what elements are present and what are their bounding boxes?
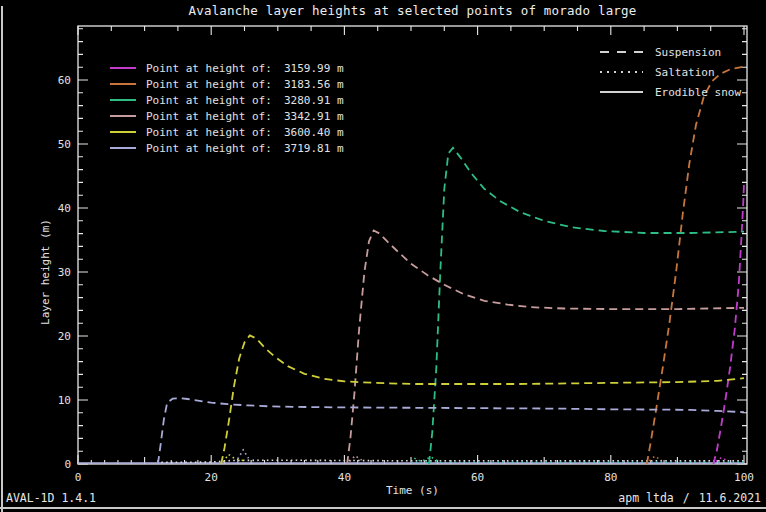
legend-layer-label: Erodible snow [655,86,741,99]
legend-point-row: Point at height of: 3342.91 m [110,108,344,124]
y-axis-label: Layer height (m) [39,219,52,325]
svg-text:0: 0 [75,471,82,484]
series-color-swatch [110,131,136,133]
legend-layer-types: Suspension Saltation Erodible snow [600,42,741,102]
legend-layer-row: Suspension [600,42,741,62]
svg-text:0: 0 [64,458,71,471]
legend-point-value: 3719.81 m [284,142,344,155]
legend-layer-label: Suspension [655,46,721,59]
legend-point-label: Point at height of: [146,142,284,155]
solid-line-swatch [600,91,643,93]
svg-text:60: 60 [58,74,71,87]
legend-layer-label: Saltation [655,66,715,79]
credit-separator: / [683,491,690,505]
legend-layer-row: Erodible snow [600,82,741,102]
legend-point-value: 3183.56 m [284,78,344,91]
series-color-swatch [110,99,136,101]
svg-text:30: 30 [58,266,71,279]
legend-point-label: Point at height of: [146,94,284,107]
series-color-swatch [110,83,136,85]
legend-point-label: Point at height of: [146,78,284,91]
legend-points: Point at height of: 3159.99 m Point at h… [110,60,344,156]
series-color-swatch [110,67,136,69]
dashed-line-swatch [600,51,643,53]
legend-point-label: Point at height of: [146,62,284,75]
svg-text:40: 40 [338,471,351,484]
aval1d-plot-window: Avalanche layer heights at selected poin… [0,0,766,512]
svg-text:100: 100 [734,471,754,484]
legend-point-row: Point at height of: 3280.91 m [110,92,344,108]
legend-point-label: Point at height of: [146,110,284,123]
app-version-text: AVAL-1D 1.4.1 [6,491,96,505]
svg-text:50: 50 [58,138,71,151]
credit-name: apm ltda [618,491,673,505]
dotted-line-swatch [600,71,643,73]
legend-point-value: 3159.99 m [284,62,344,75]
svg-text:10: 10 [58,394,71,407]
svg-text:20: 20 [58,330,71,343]
svg-text:80: 80 [604,471,617,484]
svg-text:40: 40 [58,202,71,215]
credit-date: 11.6.2021 [699,491,761,505]
series-color-swatch [110,147,136,149]
svg-text:60: 60 [471,471,484,484]
legend-point-row: Point at height of: 3183.56 m [110,76,344,92]
legend-point-row: Point at height of: 3600.40 m [110,124,344,140]
svg-text:20: 20 [205,471,218,484]
legend-point-row: Point at height of: 3719.81 m [110,140,344,156]
legend-point-value: 3280.91 m [284,94,344,107]
series-color-swatch [110,115,136,117]
footer-credit: apm ltda/11.6.2021 [618,491,761,505]
legend-point-row: Point at height of: 3159.99 m [110,60,344,76]
legend-point-value: 3600.40 m [284,126,344,139]
legend-layer-row: Saltation [600,62,741,82]
legend-point-value: 3342.91 m [284,110,344,123]
legend-point-label: Point at height of: [146,126,284,139]
